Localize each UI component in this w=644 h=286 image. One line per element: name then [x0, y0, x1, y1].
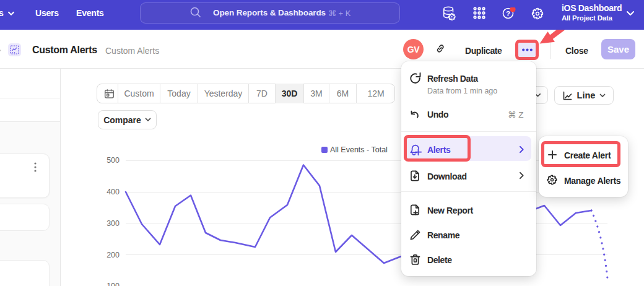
svg-text:?: ? — [506, 10, 510, 17]
